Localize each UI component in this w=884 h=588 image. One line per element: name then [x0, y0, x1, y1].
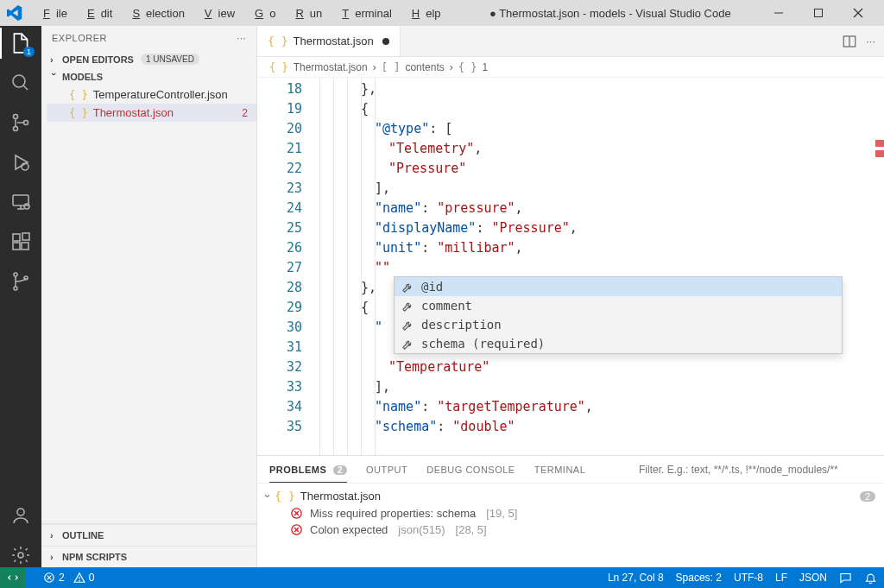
remote-indicator[interactable] — [0, 567, 26, 588]
svg-point-7 — [14, 127, 18, 131]
menu-edit[interactable]: Edit — [75, 4, 118, 22]
overview-ruler[interactable] — [872, 78, 884, 455]
code-line[interactable]: "name": "pressure", — [319, 199, 884, 218]
error-count: 2 — [242, 107, 248, 119]
problem-item[interactable]: Miss required properties: schema[19, 5] — [266, 505, 875, 522]
problems-file-group[interactable]: › { } Thermostat.json 2 — [266, 487, 875, 505]
explorer-sidebar: EXPLORER ··· › OPEN EDITORS 1 UNSAVED › … — [41, 26, 257, 567]
code-line[interactable]: "name": "targetTemperature", — [319, 397, 884, 417]
open-editors-section[interactable]: › OPEN EDITORS 1 UNSAVED — [41, 50, 256, 68]
code-line[interactable]: ], — [319, 377, 884, 397]
activity-bar: 1 — [0, 26, 41, 567]
code-line[interactable]: { — [319, 99, 884, 119]
source-control-icon[interactable] — [9, 111, 33, 135]
code-line[interactable]: "schema": "double" — [319, 417, 884, 437]
file-name: Thermostat.json — [93, 106, 174, 119]
search-icon[interactable] — [9, 71, 33, 95]
breadcrumb-item[interactable]: contents — [405, 61, 444, 73]
svg-rect-17 — [22, 243, 28, 250]
code-line[interactable]: }, — [319, 79, 884, 99]
svg-rect-1 — [815, 9, 823, 17]
code-content[interactable]: },{"@type": ["Telemetry","Pressure"],"na… — [319, 78, 884, 455]
breadcrumb-item[interactable]: Thermostat.json — [294, 61, 368, 73]
chevron-right-icon: › — [373, 61, 376, 73]
status-eol[interactable]: LF — [775, 572, 787, 584]
feedback-icon[interactable] — [839, 572, 852, 585]
account-icon[interactable] — [9, 503, 33, 528]
tab-problems[interactable]: PROBLEMS 2 — [269, 465, 347, 483]
bottom-panel: PROBLEMS 2 OUTPUT DEBUG CONSOLE TERMINAL… — [257, 455, 884, 567]
breadcrumbs[interactable]: { } Thermostat.json › [ ] contents › { }… — [257, 57, 884, 78]
svg-point-22 — [17, 509, 24, 515]
code-line[interactable]: "Telemetry", — [319, 139, 884, 159]
problem-item[interactable]: Colon expectedjson(515)[28, 5] — [266, 522, 875, 538]
git-branches-icon[interactable] — [9, 269, 33, 294]
file-item[interactable]: { }Thermostat.json2 — [47, 104, 256, 122]
problems-count-badge: 2 — [333, 465, 347, 475]
suggest-item[interactable]: comment — [395, 296, 842, 315]
tab-terminal[interactable]: TERMINAL — [534, 465, 586, 475]
code-line[interactable]: "" — [319, 258, 884, 278]
explorer-icon[interactable]: 1 — [9, 31, 33, 55]
menu-terminal[interactable]: Terminal — [330, 4, 398, 22]
window-title: ● Thermostat.json - models - Visual Stud… — [447, 7, 774, 20]
suggest-item[interactable]: description — [395, 315, 842, 334]
code-line[interactable]: "displayName": "Pressure", — [319, 218, 884, 238]
error-marker-icon[interactable] — [875, 140, 884, 147]
line-number: 24 — [257, 199, 319, 218]
suggest-widget[interactable]: @idcommentdescriptionschema (required) — [394, 276, 843, 354]
suggest-label: description — [421, 318, 502, 332]
suggest-item[interactable]: @id — [395, 277, 842, 296]
close-button[interactable] — [853, 8, 877, 18]
menu-file[interactable]: File — [31, 4, 73, 22]
line-number: 21 — [257, 139, 319, 159]
dirty-indicator-icon — [382, 38, 389, 45]
status-language[interactable]: JSON — [799, 572, 827, 584]
status-indent[interactable]: Spaces: 2 — [676, 572, 722, 584]
editor-tab[interactable]: { } Thermostat.json — [257, 26, 401, 56]
folder-section[interactable]: › MODELS — [41, 68, 256, 85]
error-marker-icon[interactable] — [875, 150, 884, 157]
tab-debug-console[interactable]: DEBUG CONSOLE — [426, 465, 515, 475]
chevron-down-icon: › — [49, 73, 60, 81]
file-item[interactable]: { }TemperatureController.json — [47, 85, 256, 104]
json-file-icon: { } — [69, 89, 88, 101]
menu-view[interactable]: View — [193, 4, 241, 22]
code-line[interactable]: "unit": "millibar", — [319, 238, 884, 258]
code-line[interactable]: "@type": [ — [319, 119, 884, 139]
split-editor-icon[interactable] — [842, 34, 857, 49]
maximize-button[interactable] — [813, 8, 837, 18]
svg-line-5 — [23, 85, 28, 90]
menu-selection[interactable]: Selection — [120, 4, 190, 22]
menu-go[interactable]: Go — [243, 4, 281, 22]
more-actions-icon[interactable]: ··· — [866, 35, 875, 47]
problem-message: Miss required properties: schema — [310, 507, 476, 520]
status-line-col[interactable]: Ln 27, Col 8 — [608, 572, 664, 584]
menu-help[interactable]: Help — [400, 4, 447, 22]
code-line[interactable]: "Temperature" — [319, 357, 884, 377]
run-debug-icon[interactable] — [9, 150, 33, 174]
svg-rect-15 — [13, 234, 20, 241]
remote-explorer-icon[interactable] — [9, 190, 33, 214]
code-editor[interactable]: 181920212223242526272829303132333435 },{… — [257, 78, 884, 455]
tab-output[interactable]: OUTPUT — [366, 465, 407, 475]
menu-run[interactable]: Run — [283, 4, 328, 22]
bell-icon[interactable] — [864, 572, 877, 585]
unsaved-badge: 1 UNSAVED — [141, 54, 199, 65]
extensions-icon[interactable] — [9, 230, 33, 254]
problems-filter-input[interactable] — [639, 464, 872, 476]
suggest-item[interactable]: schema (required) — [395, 334, 842, 353]
code-line[interactable]: ], — [319, 179, 884, 199]
status-errors[interactable]: 2 — [43, 572, 65, 584]
status-warnings[interactable]: 0 — [73, 572, 95, 584]
breadcrumb-item[interactable]: 1 — [482, 61, 488, 73]
status-encoding[interactable]: UTF-8 — [734, 572, 763, 584]
editor-group: { } Thermostat.json ··· { } Thermostat.j… — [257, 26, 884, 567]
npm-scripts-section[interactable]: › NPM SCRIPTS — [41, 546, 256, 567]
more-icon[interactable]: ··· — [237, 33, 246, 43]
settings-gear-icon[interactable] — [9, 543, 33, 567]
minimize-button[interactable] — [774, 8, 798, 18]
explorer-title: EXPLORER — [52, 33, 107, 43]
code-line[interactable]: "Pressure" — [319, 159, 884, 179]
outline-section[interactable]: › OUTLINE — [41, 524, 256, 546]
